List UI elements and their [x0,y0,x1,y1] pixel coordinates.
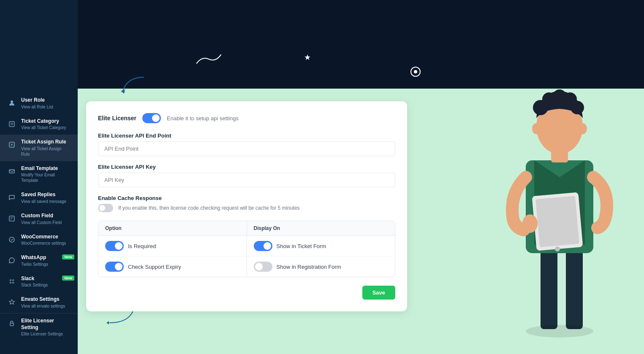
licenser-toggle-row: Elite Licenser Enable it to setup api se… [98,113,395,123]
option-column: Option Is Required Check Su [98,221,247,277]
is-required-toggle[interactable] [105,241,124,251]
display-col-header: Display On [247,221,395,236]
cache-toggle[interactable] [98,204,113,212]
options-display-table: Option Is Required Check Su [98,221,395,277]
api-endpoint-input[interactable] [98,141,395,156]
svg-rect-7 [9,170,14,173]
svg-point-11 [9,237,14,242]
sidebar-item-saved-replies[interactable]: Saved Replies View all saved message [0,187,78,208]
sidebar-text-envato: Envato Settings View all envato settings [21,296,71,309]
show-in-ticket-form-label: Show in Ticket Form [277,243,326,249]
whatsapp-icon [7,255,17,265]
custom-field-icon [7,213,17,224]
sidebar-item-user-role[interactable]: User Role View all Role List [0,93,78,114]
sidebar-item-custom-field[interactable]: Custom Field View all Custom Field [0,208,78,230]
licenser-desc: Enable it to setup api settings [167,115,239,122]
licenser-toggle[interactable] [142,113,161,123]
cache-section: Enable Cache Response If you enable this… [98,195,395,212]
is-required-label: Is Required [128,243,156,249]
deco-star: ★ [304,53,311,62]
check-support-expiry-toggle[interactable] [105,262,124,272]
svg-rect-16 [10,323,14,326]
api-key-label: Elite Licenser API Key [98,164,395,170]
sidebar-text-woocommerce: WooCommerce WooCommerce settings [21,234,71,246]
option-row-is-required: Is Required [98,236,247,257]
sidebar-text-custom-field: Custom Field View all Custom Field [21,213,71,225]
sidebar-item-whatsapp[interactable]: WhatsApp Twilio Settings New [0,250,78,271]
email-template-icon [7,166,17,176]
display-column: Display On Show in Ticket Form [247,221,395,277]
slack-icon [7,276,17,286]
api-endpoint-label: Elite Licenser API End Point [98,132,395,139]
sidebar-item-woocommerce[interactable]: WooCommerce WooCommerce settings [0,230,78,251]
ticket-assign-icon [7,140,17,150]
licenser-label: Elite Licenser [98,115,136,122]
sidebar-item-envato[interactable]: Envato Settings View all envato settings [0,292,78,313]
woocommerce-icon [7,235,17,245]
api-key-input[interactable] [98,173,395,187]
show-in-registration-form-toggle[interactable] [254,262,272,272]
cache-label: Enable Cache Response [98,195,395,201]
sidebar-text-ticket-assign-rule: Ticket Assign Rule View all Ticket Assig… [21,139,71,157]
envato-icon [7,297,17,307]
svg-rect-3 [9,122,14,127]
cache-row: If you enable this, then license code ch… [98,204,395,212]
option-row-check-support-expiry: Check Support Expiry [98,257,247,277]
svg-point-14 [10,282,11,283]
deco-circle [410,67,421,77]
option-col-header: Option [98,221,247,236]
svg-rect-8 [9,216,14,221]
elite-licenser-icon [7,319,17,329]
slack-new-badge: New [62,276,74,281]
api-key-section: Elite Licenser API Key [98,164,395,187]
show-in-ticket-form-toggle[interactable] [254,241,272,251]
show-in-registration-form-label: Show in Registration Form [277,264,341,270]
whatsapp-new-badge: New [62,254,74,259]
content-card: Elite Licenser Enable it to setup api se… [86,101,407,311]
display-row-ticket-form: Show in Ticket Form [247,236,395,257]
sidebar-item-email-template[interactable]: Email Template Modify Your Email Templat… [0,161,78,188]
main-content: Elite Licenser Enable it to setup api se… [78,93,644,354]
sidebar-item-ticket-assign-rule[interactable]: Ticket Assign Rule View all Ticket Assig… [0,135,78,161]
sidebar-item-slack[interactable]: Slack Slack Settings New [0,271,78,292]
sidebar-text-saved-replies: Saved Replies View all saved message [21,192,71,204]
display-row-registration-form: Show in Registration Form [247,257,395,277]
sidebar-text-email-template: Email Template Modify Your Email Templat… [21,165,71,184]
save-button[interactable]: Save [362,286,395,300]
sidebar-text-user-role: User Role View all Role List [21,97,71,110]
check-support-expiry-label: Check Support Expiry [128,264,181,270]
sidebar-text-ticket-category: Ticket Category View all Ticket Category [21,118,71,131]
save-row: Save [98,286,395,300]
sidebar-text-elite-licenser: Elite Licenser Setting Elite Licenser Se… [21,318,71,337]
cache-desc: If you enable this, then license code ch… [118,205,300,211]
svg-point-2 [11,100,13,103]
svg-point-12 [10,279,11,281]
sidebar-item-ticket-category[interactable]: Ticket Category View all Ticket Category [0,114,78,135]
api-endpoint-section: Elite Licenser API End Point [98,132,395,156]
sidebar: User Role View all Role List Ticket Cate… [0,0,78,354]
svg-point-13 [13,279,14,281]
ticket-category-icon [7,119,17,129]
user-role-icon [7,98,17,108]
saved-replies-icon [7,192,17,203]
sidebar-item-elite-licenser[interactable]: Elite Licenser Setting Elite Licenser Se… [0,313,78,341]
svg-point-15 [13,282,14,283]
